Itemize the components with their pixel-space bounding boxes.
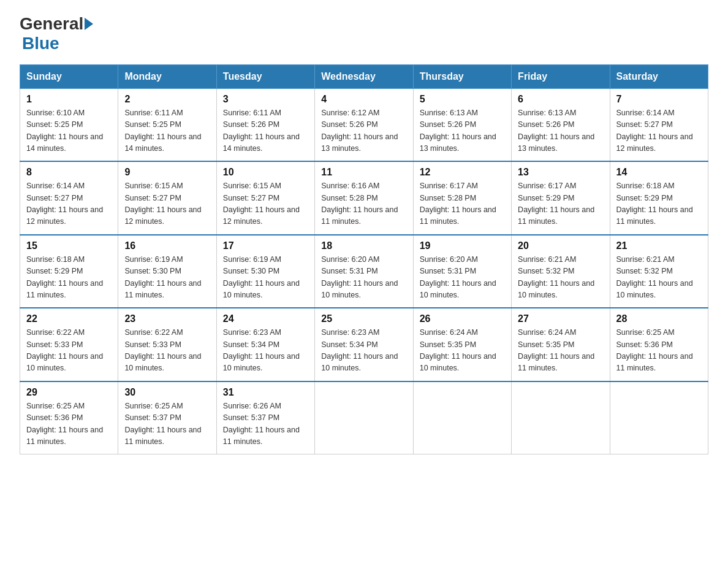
day-number: 25 bbox=[321, 313, 406, 324]
day-number: 21 bbox=[616, 240, 702, 251]
day-info: Sunrise: 6:18 AMSunset: 5:29 PMDaylight:… bbox=[26, 254, 112, 302]
calendar-cell: 20Sunrise: 6:21 AMSunset: 5:32 PMDayligh… bbox=[512, 235, 610, 308]
calendar-cell: 3Sunrise: 6:11 AMSunset: 5:26 PMDaylight… bbox=[216, 88, 314, 161]
day-info: Sunrise: 6:22 AMSunset: 5:33 PMDaylight:… bbox=[26, 327, 112, 375]
day-number: 1 bbox=[26, 94, 112, 105]
day-info: Sunrise: 6:24 AMSunset: 5:35 PMDaylight:… bbox=[420, 327, 505, 375]
logo-general-text: General bbox=[20, 15, 83, 34]
weekday-header-thursday: Thursday bbox=[413, 64, 511, 88]
logo-blue-text: Blue bbox=[20, 34, 59, 53]
calendar-week-row: 15Sunrise: 6:18 AMSunset: 5:29 PMDayligh… bbox=[20, 235, 708, 308]
calendar-cell: 7Sunrise: 6:14 AMSunset: 5:27 PMDaylight… bbox=[610, 88, 708, 161]
day-number: 22 bbox=[26, 313, 112, 324]
day-number: 10 bbox=[223, 167, 308, 178]
calendar-cell: 25Sunrise: 6:23 AMSunset: 5:34 PMDayligh… bbox=[315, 308, 413, 381]
day-number: 19 bbox=[420, 240, 505, 251]
calendar-cell: 26Sunrise: 6:24 AMSunset: 5:35 PMDayligh… bbox=[413, 308, 511, 381]
day-info: Sunrise: 6:15 AMSunset: 5:27 PMDaylight:… bbox=[124, 180, 210, 228]
calendar-cell: 28Sunrise: 6:25 AMSunset: 5:36 PMDayligh… bbox=[610, 308, 708, 381]
calendar-table: SundayMondayTuesdayWednesdayThursdayFrid… bbox=[20, 64, 708, 455]
day-number: 3 bbox=[223, 94, 308, 105]
calendar-cell: 6Sunrise: 6:13 AMSunset: 5:26 PMDaylight… bbox=[512, 88, 610, 161]
logo-arrow-icon bbox=[85, 18, 93, 30]
day-info: Sunrise: 6:14 AMSunset: 5:27 PMDaylight:… bbox=[26, 180, 112, 228]
day-number: 6 bbox=[518, 94, 603, 105]
day-info: Sunrise: 6:22 AMSunset: 5:33 PMDaylight:… bbox=[124, 327, 210, 375]
day-info: Sunrise: 6:11 AMSunset: 5:25 PMDaylight:… bbox=[124, 107, 210, 155]
day-number: 28 bbox=[616, 313, 702, 324]
day-number: 4 bbox=[321, 94, 406, 105]
day-info: Sunrise: 6:20 AMSunset: 5:31 PMDaylight:… bbox=[321, 254, 406, 302]
calendar-cell: 12Sunrise: 6:17 AMSunset: 5:28 PMDayligh… bbox=[413, 161, 511, 235]
calendar-cell bbox=[610, 381, 708, 454]
day-info: Sunrise: 6:25 AMSunset: 5:37 PMDaylight:… bbox=[124, 400, 210, 448]
weekday-header-tuesday: Tuesday bbox=[216, 64, 314, 88]
weekday-header-monday: Monday bbox=[118, 64, 216, 88]
day-number: 27 bbox=[518, 313, 603, 324]
calendar-cell: 13Sunrise: 6:17 AMSunset: 5:29 PMDayligh… bbox=[512, 161, 610, 235]
day-number: 24 bbox=[223, 313, 308, 324]
calendar-cell: 27Sunrise: 6:24 AMSunset: 5:35 PMDayligh… bbox=[512, 308, 610, 381]
day-info: Sunrise: 6:18 AMSunset: 5:29 PMDaylight:… bbox=[616, 180, 702, 228]
day-info: Sunrise: 6:26 AMSunset: 5:37 PMDaylight:… bbox=[223, 400, 308, 448]
day-info: Sunrise: 6:19 AMSunset: 5:30 PMDaylight:… bbox=[223, 254, 308, 302]
calendar-cell: 14Sunrise: 6:18 AMSunset: 5:29 PMDayligh… bbox=[610, 161, 708, 235]
day-info: Sunrise: 6:13 AMSunset: 5:26 PMDaylight:… bbox=[518, 107, 603, 155]
weekday-header-wednesday: Wednesday bbox=[315, 64, 413, 88]
day-info: Sunrise: 6:24 AMSunset: 5:35 PMDaylight:… bbox=[518, 327, 603, 375]
calendar-cell: 29Sunrise: 6:25 AMSunset: 5:36 PMDayligh… bbox=[20, 381, 118, 454]
day-info: Sunrise: 6:23 AMSunset: 5:34 PMDaylight:… bbox=[223, 327, 308, 375]
day-info: Sunrise: 6:17 AMSunset: 5:29 PMDaylight:… bbox=[518, 180, 603, 228]
logo: General Blue bbox=[20, 15, 94, 53]
day-info: Sunrise: 6:11 AMSunset: 5:26 PMDaylight:… bbox=[223, 107, 308, 155]
calendar-cell: 9Sunrise: 6:15 AMSunset: 5:27 PMDaylight… bbox=[118, 161, 216, 235]
calendar-cell: 1Sunrise: 6:10 AMSunset: 5:25 PMDaylight… bbox=[20, 88, 118, 161]
day-info: Sunrise: 6:20 AMSunset: 5:31 PMDaylight:… bbox=[420, 254, 505, 302]
day-info: Sunrise: 6:12 AMSunset: 5:26 PMDaylight:… bbox=[321, 107, 406, 155]
calendar-cell: 23Sunrise: 6:22 AMSunset: 5:33 PMDayligh… bbox=[118, 308, 216, 381]
day-number: 14 bbox=[616, 167, 702, 178]
day-number: 16 bbox=[124, 240, 210, 251]
day-number: 23 bbox=[124, 313, 210, 324]
calendar-cell: 2Sunrise: 6:11 AMSunset: 5:25 PMDaylight… bbox=[118, 88, 216, 161]
day-info: Sunrise: 6:21 AMSunset: 5:32 PMDaylight:… bbox=[616, 254, 702, 302]
day-info: Sunrise: 6:19 AMSunset: 5:30 PMDaylight:… bbox=[124, 254, 210, 302]
day-number: 30 bbox=[124, 387, 210, 398]
day-number: 13 bbox=[518, 167, 603, 178]
day-number: 17 bbox=[223, 240, 308, 251]
calendar-cell: 30Sunrise: 6:25 AMSunset: 5:37 PMDayligh… bbox=[118, 381, 216, 454]
calendar-week-row: 1Sunrise: 6:10 AMSunset: 5:25 PMDaylight… bbox=[20, 88, 708, 161]
calendar-cell bbox=[413, 381, 511, 454]
day-info: Sunrise: 6:10 AMSunset: 5:25 PMDaylight:… bbox=[26, 107, 112, 155]
calendar-cell: 17Sunrise: 6:19 AMSunset: 5:30 PMDayligh… bbox=[216, 235, 314, 308]
day-info: Sunrise: 6:14 AMSunset: 5:27 PMDaylight:… bbox=[616, 107, 702, 155]
day-number: 20 bbox=[518, 240, 603, 251]
day-info: Sunrise: 6:25 AMSunset: 5:36 PMDaylight:… bbox=[616, 327, 702, 375]
day-info: Sunrise: 6:21 AMSunset: 5:32 PMDaylight:… bbox=[518, 254, 603, 302]
calendar-cell: 31Sunrise: 6:26 AMSunset: 5:37 PMDayligh… bbox=[216, 381, 314, 454]
day-number: 11 bbox=[321, 167, 406, 178]
calendar-cell: 16Sunrise: 6:19 AMSunset: 5:30 PMDayligh… bbox=[118, 235, 216, 308]
calendar-cell: 5Sunrise: 6:13 AMSunset: 5:26 PMDaylight… bbox=[413, 88, 511, 161]
day-info: Sunrise: 6:15 AMSunset: 5:27 PMDaylight:… bbox=[223, 180, 308, 228]
calendar-cell: 4Sunrise: 6:12 AMSunset: 5:26 PMDaylight… bbox=[315, 88, 413, 161]
day-number: 2 bbox=[124, 94, 210, 105]
weekday-header-friday: Friday bbox=[512, 64, 610, 88]
day-number: 9 bbox=[124, 167, 210, 178]
calendar-week-row: 29Sunrise: 6:25 AMSunset: 5:36 PMDayligh… bbox=[20, 381, 708, 454]
calendar-cell: 18Sunrise: 6:20 AMSunset: 5:31 PMDayligh… bbox=[315, 235, 413, 308]
weekday-header-saturday: Saturday bbox=[610, 64, 708, 88]
day-number: 8 bbox=[26, 167, 112, 178]
weekday-header-sunday: Sunday bbox=[20, 64, 118, 88]
calendar-cell: 21Sunrise: 6:21 AMSunset: 5:32 PMDayligh… bbox=[610, 235, 708, 308]
calendar-cell bbox=[512, 381, 610, 454]
calendar-week-row: 8Sunrise: 6:14 AMSunset: 5:27 PMDaylight… bbox=[20, 161, 708, 235]
day-number: 15 bbox=[26, 240, 112, 251]
calendar-cell: 10Sunrise: 6:15 AMSunset: 5:27 PMDayligh… bbox=[216, 161, 314, 235]
day-info: Sunrise: 6:17 AMSunset: 5:28 PMDaylight:… bbox=[420, 180, 505, 228]
calendar-week-row: 22Sunrise: 6:22 AMSunset: 5:33 PMDayligh… bbox=[20, 308, 708, 381]
calendar-cell: 8Sunrise: 6:14 AMSunset: 5:27 PMDaylight… bbox=[20, 161, 118, 235]
day-info: Sunrise: 6:16 AMSunset: 5:28 PMDaylight:… bbox=[321, 180, 406, 228]
page-header: General Blue bbox=[20, 15, 708, 53]
calendar-cell: 24Sunrise: 6:23 AMSunset: 5:34 PMDayligh… bbox=[216, 308, 314, 381]
